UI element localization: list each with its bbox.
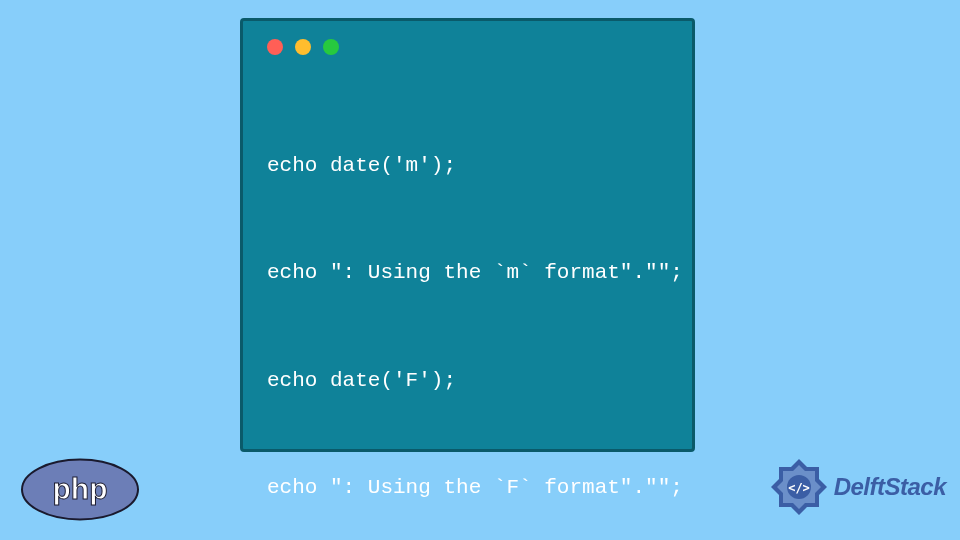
window-controls [267, 39, 668, 55]
code-line: echo date('m'); [267, 148, 668, 184]
delftstack-icon: </> [768, 456, 830, 518]
code-line: echo ": Using the `m` format".""; [267, 255, 668, 291]
svg-text:</>: </> [788, 481, 810, 495]
code-block: echo date('m'); echo ": Using the `m` fo… [267, 77, 668, 540]
code-window: echo date('m'); echo ": Using the `m` fo… [240, 18, 695, 452]
php-logo-icon: php [20, 457, 140, 522]
close-icon [267, 39, 283, 55]
delftstack-logo: </> DelftStack [768, 456, 946, 518]
svg-text:php: php [53, 472, 108, 505]
delftstack-label: DelftStack [834, 473, 946, 501]
code-line: echo date('F'); [267, 363, 668, 399]
maximize-icon [323, 39, 339, 55]
minimize-icon [295, 39, 311, 55]
code-line: echo ": Using the `F` format".""; [267, 470, 668, 506]
